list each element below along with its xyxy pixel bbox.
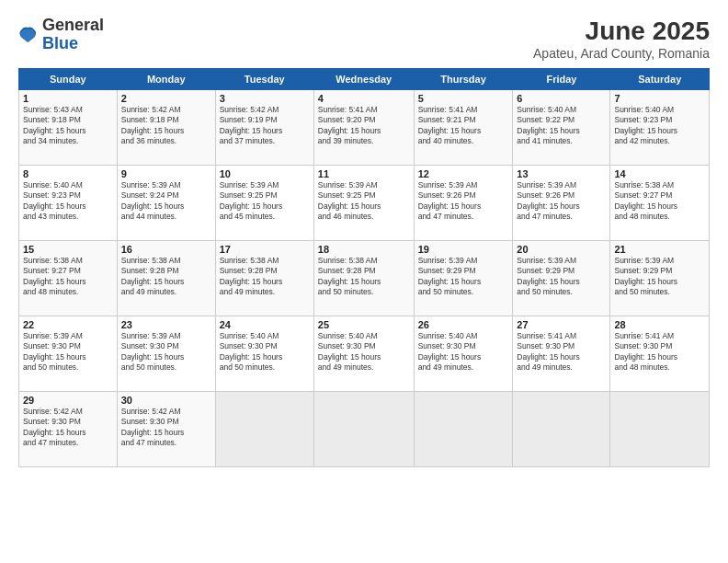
logo-icon [18, 25, 39, 45]
table-row: 21 Sunrise: 5:39 AMSunset: 9:29 PMDaylig… [610, 241, 710, 316]
table-row: 25 Sunrise: 5:40 AMSunset: 9:30 PMDaylig… [313, 316, 414, 392]
day-info: Sunrise: 5:42 AMSunset: 9:19 PMDaylight:… [220, 105, 283, 145]
day-number: 29 [23, 395, 113, 406]
day-info: Sunrise: 5:39 AMSunset: 9:30 PMDaylight:… [23, 331, 86, 372]
day-number: 8 [23, 168, 113, 179]
day-number: 10 [220, 168, 310, 179]
page: General Blue June 2025 Apateu, Arad Coun… [0, 0, 728, 563]
day-info: Sunrise: 5:40 AMSunset: 9:23 PMDaylight:… [23, 180, 86, 221]
table-row: 7 Sunrise: 5:40 AMSunset: 9:23 PMDayligh… [610, 90, 710, 166]
day-number: 20 [517, 244, 606, 255]
day-number: 19 [418, 244, 509, 255]
table-row: 6 Sunrise: 5:40 AMSunset: 9:22 PMDayligh… [513, 90, 610, 166]
day-number: 9 [121, 168, 211, 179]
table-row: 4 Sunrise: 5:41 AMSunset: 9:20 PMDayligh… [313, 90, 414, 166]
day-info: Sunrise: 5:38 AMSunset: 9:27 PMDaylight:… [614, 180, 677, 221]
day-info: Sunrise: 5:40 AMSunset: 9:23 PMDaylight:… [614, 105, 677, 145]
col-sunday: Sunday [19, 69, 118, 90]
day-number: 13 [517, 168, 606, 179]
day-info: Sunrise: 5:40 AMSunset: 9:30 PMDaylight:… [418, 331, 482, 372]
day-info: Sunrise: 5:43 AMSunset: 9:18 PMDaylight:… [23, 105, 86, 145]
calendar-row: 8 Sunrise: 5:40 AMSunset: 9:23 PMDayligh… [19, 166, 710, 241]
table-row: 23 Sunrise: 5:39 AMSunset: 9:30 PMDaylig… [117, 316, 215, 392]
table-row: 1 Sunrise: 5:43 AMSunset: 9:18 PMDayligh… [19, 90, 118, 166]
table-row [414, 392, 513, 467]
day-info: Sunrise: 5:40 AMSunset: 9:22 PMDaylight:… [517, 105, 580, 145]
table-row: 27 Sunrise: 5:41 AMSunset: 9:30 PMDaylig… [513, 316, 610, 392]
day-info: Sunrise: 5:39 AMSunset: 9:29 PMDaylight:… [517, 256, 580, 296]
day-info: Sunrise: 5:40 AMSunset: 9:30 PMDaylight:… [220, 331, 283, 372]
calendar-table: Sunday Monday Tuesday Wednesday Thursday… [18, 68, 710, 467]
table-row: 13 Sunrise: 5:39 AMSunset: 9:26 PMDaylig… [513, 166, 610, 241]
day-info: Sunrise: 5:39 AMSunset: 9:24 PMDaylight:… [121, 180, 185, 221]
col-saturday: Saturday [610, 69, 710, 90]
table-row: 26 Sunrise: 5:40 AMSunset: 9:30 PMDaylig… [414, 316, 513, 392]
table-row: 30 Sunrise: 5:42 AMSunset: 9:30 PMDaylig… [117, 392, 215, 467]
day-number: 14 [614, 168, 705, 179]
day-number: 23 [121, 319, 211, 330]
title-block: June 2025 Apateu, Arad County, Romania [533, 17, 710, 61]
day-info: Sunrise: 5:38 AMSunset: 9:28 PMDaylight:… [220, 256, 283, 296]
col-wednesday: Wednesday [313, 69, 414, 90]
col-monday: Monday [117, 69, 215, 90]
day-info: Sunrise: 5:41 AMSunset: 9:21 PMDaylight:… [418, 105, 482, 145]
day-number: 26 [418, 319, 509, 330]
day-number: 5 [418, 93, 509, 104]
day-info: Sunrise: 5:42 AMSunset: 9:30 PMDaylight:… [121, 407, 185, 447]
calendar-title: June 2025 [533, 17, 710, 46]
table-row [513, 392, 610, 467]
header: General Blue June 2025 Apateu, Arad Coun… [18, 17, 710, 61]
day-number: 7 [614, 93, 705, 104]
table-row: 20 Sunrise: 5:39 AMSunset: 9:29 PMDaylig… [513, 241, 610, 316]
day-info: Sunrise: 5:38 AMSunset: 9:28 PMDaylight:… [121, 256, 185, 296]
table-row: 10 Sunrise: 5:39 AMSunset: 9:25 PMDaylig… [215, 166, 313, 241]
table-row: 29 Sunrise: 5:42 AMSunset: 9:30 PMDaylig… [19, 392, 118, 467]
table-row: 5 Sunrise: 5:41 AMSunset: 9:21 PMDayligh… [414, 90, 513, 166]
day-number: 6 [517, 93, 606, 104]
day-info: Sunrise: 5:39 AMSunset: 9:29 PMDaylight:… [418, 256, 482, 296]
calendar-subtitle: Apateu, Arad County, Romania [533, 46, 710, 61]
calendar-row: 15 Sunrise: 5:38 AMSunset: 9:27 PMDaylig… [19, 241, 710, 316]
day-info: Sunrise: 5:42 AMSunset: 9:18 PMDaylight:… [121, 105, 185, 145]
day-number: 25 [318, 319, 410, 330]
col-friday: Friday [513, 69, 610, 90]
day-info: Sunrise: 5:39 AMSunset: 9:26 PMDaylight:… [418, 180, 482, 221]
day-number: 3 [220, 93, 310, 104]
table-row: 15 Sunrise: 5:38 AMSunset: 9:27 PMDaylig… [19, 241, 118, 316]
calendar-row: 22 Sunrise: 5:39 AMSunset: 9:30 PMDaylig… [19, 316, 710, 392]
day-number: 17 [220, 244, 310, 255]
logo-text: General Blue [42, 17, 104, 53]
day-number: 2 [121, 93, 211, 104]
day-info: Sunrise: 5:40 AMSunset: 9:30 PMDaylight:… [318, 331, 381, 372]
day-number: 15 [23, 244, 113, 255]
table-row: 14 Sunrise: 5:38 AMSunset: 9:27 PMDaylig… [610, 166, 710, 241]
table-row: 19 Sunrise: 5:39 AMSunset: 9:29 PMDaylig… [414, 241, 513, 316]
day-number: 18 [318, 244, 410, 255]
day-info: Sunrise: 5:39 AMSunset: 9:29 PMDaylight:… [614, 256, 677, 296]
day-number: 1 [23, 93, 113, 104]
day-info: Sunrise: 5:39 AMSunset: 9:30 PMDaylight:… [121, 331, 185, 372]
table-row: 12 Sunrise: 5:39 AMSunset: 9:26 PMDaylig… [414, 166, 513, 241]
table-row: 11 Sunrise: 5:39 AMSunset: 9:25 PMDaylig… [313, 166, 414, 241]
day-number: 4 [318, 93, 410, 104]
table-row [610, 392, 710, 467]
table-row: 22 Sunrise: 5:39 AMSunset: 9:30 PMDaylig… [19, 316, 118, 392]
table-row: 24 Sunrise: 5:40 AMSunset: 9:30 PMDaylig… [215, 316, 313, 392]
col-thursday: Thursday [414, 69, 513, 90]
day-info: Sunrise: 5:41 AMSunset: 9:30 PMDaylight:… [614, 331, 677, 372]
logo: General Blue [18, 17, 104, 53]
table-row: 2 Sunrise: 5:42 AMSunset: 9:18 PMDayligh… [117, 90, 215, 166]
table-row: 3 Sunrise: 5:42 AMSunset: 9:19 PMDayligh… [215, 90, 313, 166]
day-number: 30 [121, 395, 211, 406]
day-info: Sunrise: 5:41 AMSunset: 9:30 PMDaylight:… [517, 331, 580, 372]
day-info: Sunrise: 5:38 AMSunset: 9:27 PMDaylight:… [23, 256, 86, 296]
calendar-header-row: Sunday Monday Tuesday Wednesday Thursday… [19, 69, 710, 90]
day-number: 11 [318, 168, 410, 179]
day-info: Sunrise: 5:41 AMSunset: 9:20 PMDaylight:… [318, 105, 381, 145]
table-row: 28 Sunrise: 5:41 AMSunset: 9:30 PMDaylig… [610, 316, 710, 392]
table-row: 17 Sunrise: 5:38 AMSunset: 9:28 PMDaylig… [215, 241, 313, 316]
table-row [313, 392, 414, 467]
day-number: 24 [220, 319, 310, 330]
table-row: 9 Sunrise: 5:39 AMSunset: 9:24 PMDayligh… [117, 166, 215, 241]
day-info: Sunrise: 5:39 AMSunset: 9:25 PMDaylight:… [318, 180, 381, 221]
